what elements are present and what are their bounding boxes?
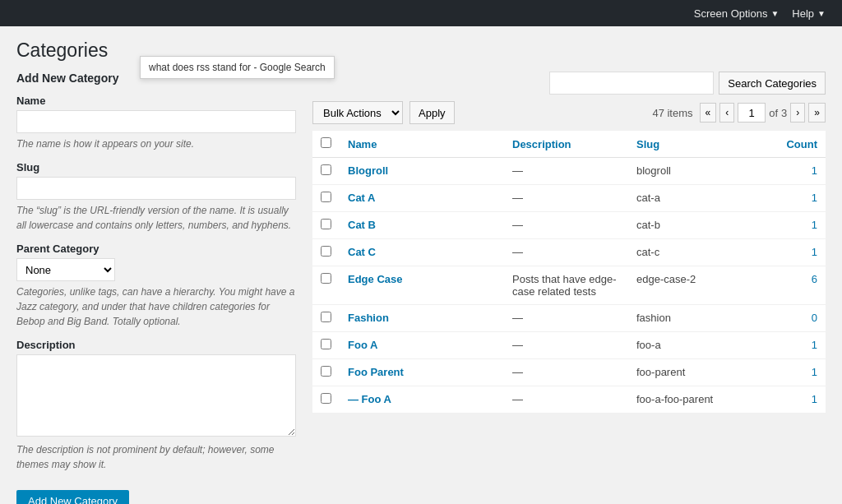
parent-hint: Categories, unlike tags, can have a hier… (16, 284, 296, 329)
row-count-cell: 1 (776, 158, 826, 185)
table-row: Foo Parent — foo-parent 1 (312, 359, 826, 386)
row-checkbox[interactable] (321, 219, 331, 229)
row-checkbox-cell (312, 266, 340, 305)
pagination: 47 items « ‹ of 3 › » (652, 103, 826, 123)
row-count-link[interactable]: 1 (784, 393, 817, 405)
bulk-actions-select[interactable]: Bulk Actions (312, 101, 403, 124)
search-box-wrap: Search Categories (549, 72, 826, 95)
row-checkbox-cell (312, 239, 340, 266)
category-link[interactable]: Edge Case (348, 273, 402, 285)
apply-button[interactable]: Apply (409, 101, 455, 124)
row-checkbox-cell (312, 158, 340, 185)
category-link[interactable]: Cat A (348, 192, 375, 204)
table-row: Cat C — cat-c 1 (312, 239, 826, 266)
row-description: — (512, 393, 523, 405)
prev-page-button[interactable]: ‹ (719, 103, 734, 123)
col-header-name[interactable]: Name (340, 131, 504, 158)
categories-list-panel: Search Categories Bulk Actions Apply 47 … (312, 72, 826, 504)
row-checkbox[interactable] (321, 246, 331, 257)
categories-table: Name Description Slug Count (312, 131, 826, 414)
row-slug: fashion (636, 312, 671, 324)
row-count-link[interactable]: 1 (784, 339, 817, 351)
row-count-cell: 1 (776, 332, 826, 359)
row-count-link[interactable]: 6 (784, 273, 817, 285)
row-description-cell: — (504, 212, 628, 239)
bulk-actions-bar: Bulk Actions Apply 47 items « ‹ of 3 › » (312, 101, 826, 124)
row-slug-cell: cat-c (628, 239, 776, 266)
row-description: — (512, 164, 523, 177)
screen-options-label: Screen Options (694, 7, 768, 20)
category-link[interactable]: Blogroll (348, 164, 388, 177)
search-row: Search Categories (312, 72, 826, 95)
row-name-cell: Cat A (340, 185, 504, 212)
items-count: 47 items (652, 107, 692, 119)
col-header-slug[interactable]: Slug (628, 131, 776, 158)
row-checkbox[interactable] (321, 164, 331, 175)
row-name-cell: Fashion (340, 305, 504, 332)
row-description: — (512, 219, 523, 231)
col-header-description[interactable]: Description (504, 131, 628, 158)
row-description-cell: — (504, 386, 628, 414)
row-description: — (512, 366, 523, 378)
row-description: — (512, 339, 523, 351)
table-row: Foo A — foo-a 1 (312, 332, 826, 359)
first-page-button[interactable]: « (700, 103, 717, 123)
row-name-cell: Blogroll (340, 158, 504, 185)
row-count-cell: 6 (776, 266, 826, 305)
parent-category-label: Parent Category (16, 243, 296, 255)
row-description-cell: — (504, 332, 628, 359)
slug-hint: The “slug” is the URL-friendly version o… (16, 203, 296, 233)
row-count-link[interactable]: 0 (784, 312, 817, 324)
row-checkbox[interactable] (321, 366, 331, 377)
category-link[interactable]: Fashion (348, 312, 389, 324)
row-name-cell: Cat C (340, 239, 504, 266)
row-count-cell: 1 (776, 212, 826, 239)
row-slug-cell: foo-a-foo-parent (628, 386, 776, 414)
slug-group: Slug The “slug” is the URL-friendly vers… (16, 161, 296, 233)
row-slug: foo-a-foo-parent (636, 393, 713, 405)
category-link[interactable]: Foo A (348, 339, 377, 351)
row-checkbox[interactable] (321, 393, 331, 404)
slug-input[interactable] (16, 177, 296, 200)
row-checkbox[interactable] (321, 192, 331, 202)
screen-options-button[interactable]: Screen Options ▼ (687, 4, 786, 23)
row-checkbox[interactable] (321, 273, 331, 284)
name-input[interactable] (16, 110, 296, 133)
description-textarea[interactable] (16, 354, 296, 437)
next-page-button[interactable]: › (790, 103, 805, 123)
add-new-category-button[interactable]: Add New Category (16, 490, 129, 504)
row-checkbox[interactable] (321, 339, 331, 349)
row-count-link[interactable]: 1 (784, 246, 817, 258)
row-count-link[interactable]: 1 (784, 219, 817, 231)
col-header-check (312, 131, 340, 158)
name-hint: The name is how it appears on your site. (16, 136, 296, 151)
help-button[interactable]: Help ▼ (785, 4, 832, 23)
description-hint: The description is not prominent by defa… (16, 442, 296, 472)
last-page-button[interactable]: » (808, 103, 826, 123)
category-link[interactable]: — Foo A (348, 393, 391, 405)
row-slug-cell: cat-a (628, 185, 776, 212)
row-count-link[interactable]: 1 (784, 192, 817, 204)
row-slug: foo-a (636, 339, 661, 351)
help-label: Help (792, 7, 814, 20)
col-header-count[interactable]: Count (776, 131, 826, 158)
row-checkbox[interactable] (321, 312, 331, 322)
category-link[interactable]: Cat B (348, 219, 376, 231)
add-new-category-panel: Add New Category Name The name is how it… (16, 72, 296, 504)
name-group: Name The name is how it appears on your … (16, 95, 296, 151)
select-all-checkbox[interactable] (321, 137, 331, 148)
category-link[interactable]: Foo Parent (348, 366, 404, 378)
row-description-cell: — (504, 305, 628, 332)
search-categories-button[interactable]: Search Categories (719, 72, 826, 95)
page-number-input[interactable] (738, 103, 766, 123)
table-row: Edge Case Posts that have edge-case rela… (312, 266, 826, 305)
row-count-link[interactable]: 1 (784, 164, 817, 177)
row-slug: cat-b (636, 219, 660, 231)
search-input[interactable] (549, 72, 714, 95)
row-description: Posts that have edge-case related tests (512, 273, 616, 298)
tooltip-popup: what does rss stand for - Google Search (140, 56, 335, 79)
table-row: Fashion — fashion 0 (312, 305, 826, 332)
category-link[interactable]: Cat C (348, 246, 376, 258)
row-count-link[interactable]: 1 (784, 366, 817, 378)
parent-category-select[interactable]: None (16, 258, 115, 281)
